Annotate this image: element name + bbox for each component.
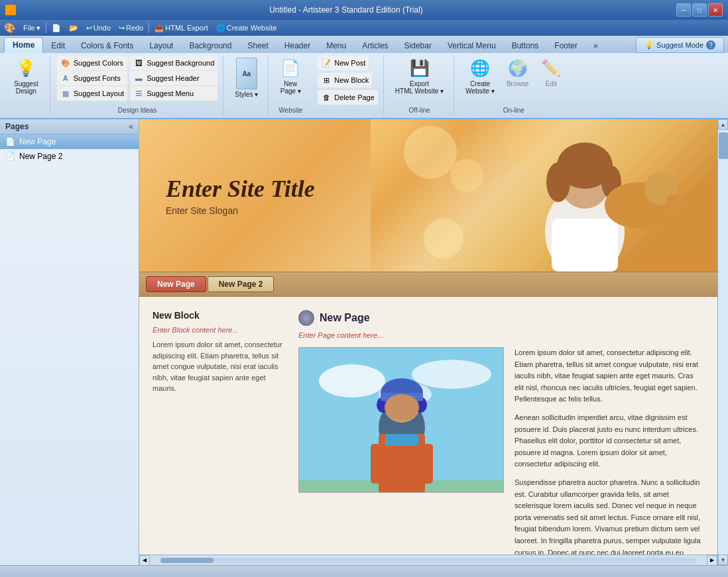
tab-buttons[interactable]: Buttons (504, 38, 547, 53)
suggest-fonts-button[interactable]: Suggest Fonts (57, 71, 127, 85)
styles-label: Styles ▾ (235, 91, 258, 98)
tab-menu[interactable]: Menu (318, 38, 354, 53)
page-item-1[interactable]: 📄 New Page (0, 134, 139, 149)
tab-background[interactable]: Background (181, 38, 239, 53)
new-block-icon: ⊞ (321, 75, 332, 85)
horizontal-scrollbar[interactable]: ◀ ▶ (139, 554, 717, 565)
text-para-3: Suspendisse pharetra auctor pharetra. Nu… (515, 477, 704, 554)
browse-icon: 🌍 (507, 58, 528, 79)
scroll-left-button[interactable]: ◀ (139, 555, 150, 566)
scroll-thumb-v (719, 132, 728, 159)
nav-new-page-2-button[interactable]: New Page 2 (208, 276, 274, 292)
tab-layout[interactable]: Layout (141, 38, 181, 53)
file-label: File (23, 24, 35, 32)
app-icon (5, 5, 16, 15)
create-website-quickbar-button[interactable]: 🌐 Create Website (213, 23, 280, 34)
export-html-icon: 💾 (409, 58, 430, 79)
tab-colors-fonts[interactable]: Colors & Fonts (73, 38, 141, 53)
titlebar: Untitled - Artisteer 3 Standard Edition … (0, 0, 728, 20)
nav-new-page-button[interactable]: New Page (146, 276, 206, 292)
create-website-icon: 🌐 (469, 58, 491, 79)
edit-online-button[interactable]: ✏️ Edit (536, 56, 566, 89)
page-content: New Block Enter Block content here... Lo… (139, 297, 717, 554)
new-button[interactable]: 📄 (49, 23, 64, 34)
browse-button[interactable]: 🌍 Browse (502, 56, 533, 89)
styles-button[interactable]: Aa Styles ▾ (230, 56, 263, 100)
suggest-design-button[interactable]: 💡 SuggestDesign (9, 56, 43, 97)
suggest-header-button[interactable]: Suggest Header (130, 71, 217, 85)
maximize-button[interactable]: □ (692, 3, 707, 17)
design-ideas-col1: Suggest Colors Suggest Fonts Suggest Lay… (57, 56, 127, 101)
page-heading-icon (298, 310, 314, 326)
new-post-icon: 📝 (321, 58, 332, 68)
content-scroll[interactable]: Enter Site Title Enter Site Slogan (139, 119, 717, 554)
file-menu-button[interactable]: File ▾ (21, 23, 43, 34)
suggest-mode-button[interactable]: 💡 Suggest Mode ? (636, 37, 724, 53)
tab-edit[interactable]: Edit (43, 38, 73, 53)
vertical-scrollbar[interactable]: ▲ ▼ (717, 119, 728, 565)
tab-header[interactable]: Header (276, 38, 318, 53)
ribbon-group-design-ideas: Suggest Colors Suggest Fonts Suggest Lay… (52, 56, 224, 115)
export-html-label: ExportHTML Website ▾ (395, 80, 444, 95)
suggest-colors-button[interactable]: Suggest Colors (57, 56, 127, 70)
ribbon-group-website2: 📝 New Post ⊞ New Block 🗑 Delete Page (312, 56, 384, 115)
suggest-menu-button[interactable]: Suggest Menu (130, 86, 217, 101)
fonts-icon (60, 73, 71, 83)
new-post-button[interactable]: 📝 New Post (318, 56, 369, 70)
suggest-mode-label: Suggest Mode (656, 41, 703, 49)
new-page-button[interactable]: NewPage ▾ (275, 56, 306, 97)
redo-button[interactable]: ↪ Redo (116, 23, 146, 34)
suggest-header-label: Suggest Header (147, 74, 200, 82)
tab-sheet[interactable]: Sheet (239, 38, 276, 53)
page-heading-title: New Page (320, 312, 370, 324)
site-banner-text: Enter Site Title Enter Site Slogan (139, 162, 341, 229)
bokeh-2 (450, 159, 483, 192)
scroll-down-button[interactable]: ▼ (718, 554, 728, 565)
page-item-2[interactable]: 📄 New Page 2 (0, 149, 139, 164)
suggest-background-button[interactable]: 🖼 Suggest Background (130, 56, 217, 70)
left-block: New Block Enter Block content here... Lo… (152, 310, 285, 554)
scroll-right-button[interactable]: ▶ (707, 555, 717, 566)
text-para-2: Aenean sollicitudin imperdiet arcu, vita… (515, 412, 704, 470)
tab-home[interactable]: Home (4, 37, 43, 53)
styles-content: Aa Styles ▾ (230, 56, 263, 115)
export-html-button[interactable]: 💾 ExportHTML Website ▾ (391, 56, 448, 97)
suggest-design-content: 💡 SuggestDesign (9, 56, 43, 115)
edit-online-label: Edit (546, 80, 557, 87)
scroll-up-button[interactable]: ▲ (718, 119, 728, 130)
html-export-button[interactable]: 📤 HTML Export (152, 23, 210, 34)
lightbulb-icon: 💡 (15, 58, 36, 79)
close-button[interactable]: ✕ (708, 3, 723, 17)
suggest-layout-button[interactable]: Suggest Layout (57, 86, 127, 101)
banner-bg (371, 119, 717, 272)
ribbon: 💡 SuggestDesign Suggest Colors Suggest F… (0, 53, 728, 119)
tab-articles[interactable]: Articles (354, 38, 396, 53)
page-label-2: New Page 2 (19, 152, 62, 161)
create-website-button[interactable]: 🌐 CreateWebsite ▾ (461, 56, 499, 97)
header-icon (133, 73, 144, 83)
suggest-mode-icon: 💡 (644, 41, 654, 50)
tab-sidebar[interactable]: Sidebar (396, 38, 440, 53)
open-button[interactable]: 📂 (66, 23, 81, 34)
nav-bar: New Page New Page 2 (139, 272, 717, 297)
delete-page-button[interactable]: 🗑 Delete Page (318, 90, 378, 105)
design-ideas-col2: 🖼 Suggest Background Suggest Header Sugg… (130, 56, 217, 101)
pages-collapse-button[interactable]: « (129, 122, 133, 131)
site-banner: Enter Site Title Enter Site Slogan (139, 119, 717, 272)
design-ideas-row1: Suggest Colors Suggest Fonts Suggest Lay… (57, 56, 218, 101)
block-body-text: Lorem ipsum dolor sit amet, consectetur … (152, 339, 285, 394)
status-bar (0, 565, 728, 577)
file-dropdown-icon: ▾ (36, 24, 40, 32)
block-title: New Block (152, 310, 285, 321)
main-area: Pages « 📄 New Page 📄 New Page 2 Enter Si… (0, 119, 728, 565)
minimize-button[interactable]: ─ (676, 3, 691, 17)
tab-footer[interactable]: Footer (546, 38, 585, 53)
undo-button[interactable]: ↩ Undo (84, 23, 113, 34)
ribbon-tabs: Home Edit Colors & Fonts Layout Backgrou… (0, 36, 728, 53)
delete-page-icon: 🗑 (321, 92, 332, 103)
tab-more[interactable]: » (585, 38, 606, 53)
text-para-1: Lorem ipsum dolor sit amet, consectetur … (515, 347, 704, 405)
svg-point-3 (546, 162, 570, 202)
tab-vertical-menu[interactable]: Vertical Menu (440, 38, 504, 53)
new-block-button[interactable]: ⊞ New Block (318, 73, 372, 87)
